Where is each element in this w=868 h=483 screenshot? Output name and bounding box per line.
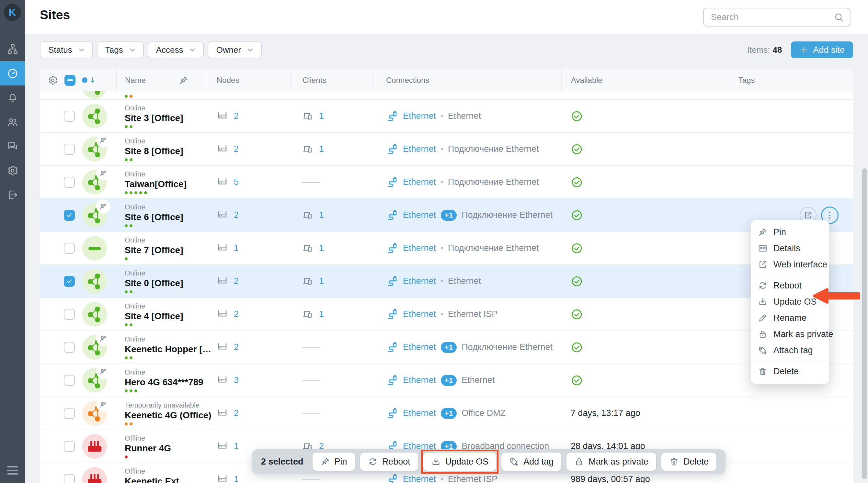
clients-count[interactable]: 1: [319, 309, 324, 319]
table-row[interactable]: Temporarily unavailableKeenetic 4G (Offi…: [40, 397, 853, 430]
bulk-add-tag-button[interactable]: Add tag: [501, 453, 561, 471]
row-checkbox[interactable]: [64, 309, 75, 320]
sidebar-item-notifications[interactable]: [0, 86, 25, 110]
connection-link[interactable]: Ethernet: [403, 375, 436, 385]
table-row[interactable]: OnlineSite 4 [Office]21EthernetEthernet …: [40, 298, 853, 331]
site-name[interactable]: Site 7 [Office]: [125, 245, 183, 256]
nodes-count[interactable]: 2: [234, 408, 239, 418]
nodes-count[interactable]: 1: [234, 474, 239, 483]
pin-column-icon[interactable]: [179, 75, 188, 85]
nodes-count[interactable]: 2: [234, 309, 239, 319]
nodes-count[interactable]: 5: [234, 177, 239, 187]
status-sort-button[interactable]: [82, 76, 97, 85]
sidebar-item-dashboard[interactable]: [0, 61, 25, 86]
bulk-mark-as-private-button[interactable]: Mark as private: [566, 453, 656, 471]
connection-link[interactable]: Ethernet: [403, 177, 436, 187]
clients-count[interactable]: 1: [319, 210, 324, 220]
keenetic-logo[interactable]: K: [4, 4, 21, 21]
connection-link[interactable]: Ethernet: [403, 342, 436, 352]
row-checkbox[interactable]: [64, 276, 75, 287]
site-name[interactable]: Keenetic 4G (Office): [125, 410, 212, 421]
row-checkbox[interactable]: [64, 408, 75, 419]
menu-item-attach-tag[interactable]: Attach tag: [751, 342, 829, 358]
menu-item-details[interactable]: Details: [751, 240, 829, 256]
connection-link[interactable]: Ethernet: [403, 243, 436, 253]
table-settings-icon[interactable]: [48, 75, 58, 86]
table-row[interactable]: OnlineTaiwan[Office]5——EthernetПодключен…: [40, 166, 853, 199]
row-checkbox[interactable]: [64, 342, 75, 353]
menu-item-web-interface[interactable]: Web interface: [751, 256, 829, 272]
table-row[interactable]: OnlineHero 4G 634***7893——Ethernet+1Ethe…: [40, 364, 853, 397]
site-name[interactable]: Keenetic Ext…: [125, 476, 188, 483]
column-header-clients[interactable]: Clients: [290, 69, 372, 91]
sidebar-item-logout[interactable]: [0, 183, 25, 207]
column-header-name[interactable]: Name: [116, 69, 205, 91]
site-name[interactable]: Site 8 [Office]: [125, 146, 183, 157]
menu-item-rename[interactable]: Rename: [751, 310, 829, 326]
bulk-delete-button[interactable]: Delete: [661, 453, 716, 471]
table-row[interactable]: OnlineSite 3 [Office]21EthernetEthernet: [40, 100, 853, 133]
sidebar-item-settings[interactable]: [0, 158, 25, 183]
menu-item-delete[interactable]: Delete: [751, 363, 829, 379]
filter-tags[interactable]: Tags: [97, 41, 144, 58]
nodes-count[interactable]: 2: [234, 144, 239, 154]
site-name[interactable]: Site 6 [Office]: [125, 212, 183, 223]
extra-connections-badge[interactable]: +1: [441, 408, 457, 419]
table-row[interactable]: OnlineSite 6 [Office]21Ethernet+1Подключ…: [40, 199, 853, 232]
table-row[interactable]: OnlineSite 8 [Office]21EthernetПодключен…: [40, 133, 853, 166]
connection-link[interactable]: Ethernet: [403, 474, 436, 483]
column-header-available[interactable]: Available: [561, 69, 722, 91]
connection-link[interactable]: Ethernet: [403, 408, 436, 418]
connection-link[interactable]: Ethernet: [403, 111, 436, 121]
row-checkbox[interactable]: [64, 474, 75, 483]
row-checkbox[interactable]: [64, 375, 75, 386]
table-row[interactable]: [40, 91, 853, 100]
sidebar-item-sites[interactable]: [0, 37, 25, 61]
search-icon[interactable]: [834, 12, 844, 22]
menu-item-mark-as-private[interactable]: Mark as private: [751, 326, 829, 342]
column-header-connections[interactable]: Connections: [372, 69, 561, 91]
clients-count[interactable]: 1: [319, 144, 324, 154]
connection-link[interactable]: Ethernet: [403, 144, 436, 154]
site-name[interactable]: Site 3 [Office]: [125, 112, 183, 124]
column-header-tags[interactable]: Tags: [722, 69, 853, 91]
row-checkbox[interactable]: [64, 177, 75, 188]
extra-connections-badge[interactable]: +1: [441, 375, 457, 386]
connection-link[interactable]: Ethernet: [403, 210, 436, 220]
row-checkbox[interactable]: [64, 441, 75, 452]
bulk-reboot-button[interactable]: Reboot: [360, 453, 418, 471]
nodes-count[interactable]: 2: [234, 342, 239, 352]
extra-connections-badge[interactable]: +1: [441, 210, 457, 221]
sidebar-item-support-chat[interactable]: [0, 134, 25, 158]
filter-status[interactable]: Status: [40, 41, 93, 58]
search-input[interactable]: [711, 12, 834, 22]
table-row[interactable]: OnlineSite 7 [Office]11EthernetПодключен…: [40, 232, 853, 265]
menu-item-reboot[interactable]: Reboot: [751, 278, 829, 294]
site-name[interactable]: Keenetic Hopper […: [125, 344, 212, 355]
site-name[interactable]: Site 0 [Office]: [125, 278, 183, 289]
site-name[interactable]: Runner 4G: [125, 443, 171, 454]
nodes-count[interactable]: 2: [234, 111, 239, 121]
column-header-nodes[interactable]: Nodes: [205, 69, 290, 91]
row-checkbox[interactable]: [64, 111, 75, 122]
row-checkbox[interactable]: [64, 243, 75, 254]
menu-item-update-os[interactable]: Update OS: [751, 294, 829, 310]
bulk-update-os-button[interactable]: Update OS: [423, 453, 497, 471]
filter-owner[interactable]: Owner: [208, 41, 262, 58]
row-checkbox[interactable]: [64, 144, 75, 155]
nodes-count[interactable]: 3: [234, 375, 239, 385]
add-site-button[interactable]: Add site: [791, 41, 853, 58]
nodes-count[interactable]: 1: [234, 441, 239, 451]
site-name[interactable]: Hero 4G 634***789: [125, 377, 204, 388]
nodes-count[interactable]: 2: [234, 276, 239, 286]
clients-count[interactable]: 1: [319, 276, 324, 286]
site-name[interactable]: Taiwan[Office]: [125, 179, 187, 190]
scrollbar[interactable]: [862, 168, 867, 479]
row-checkbox[interactable]: [64, 210, 75, 221]
bulk-pin-button[interactable]: Pin: [313, 453, 355, 471]
clients-count[interactable]: 1: [319, 243, 324, 253]
menu-item-pin[interactable]: Pin: [751, 224, 829, 240]
filter-access[interactable]: Access: [148, 41, 204, 58]
table-row[interactable]: OnlineKeenetic Hopper […2——Ethernet+1Под…: [40, 331, 853, 364]
connection-link[interactable]: Ethernet: [403, 276, 436, 286]
